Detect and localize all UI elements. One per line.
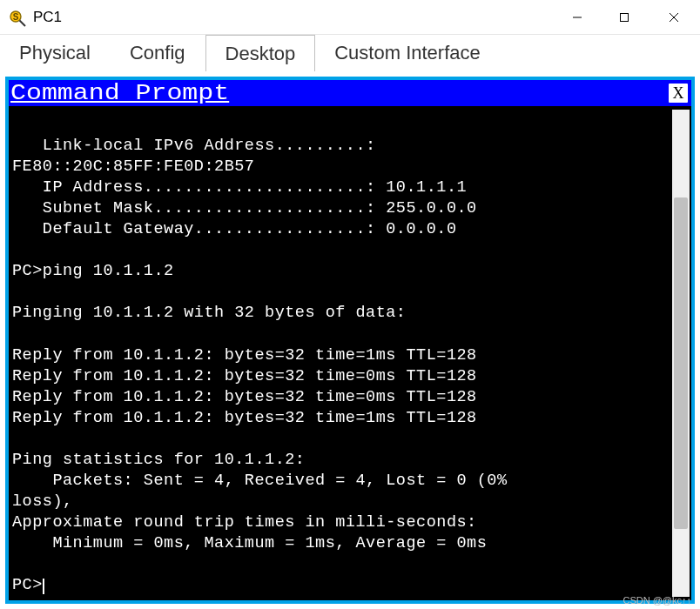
terminal-container: Link-local IPv6 Address.........: FE80::…: [9, 106, 691, 600]
terminal-prompt[interactable]: PC>: [12, 576, 43, 594]
close-button[interactable]: [648, 0, 700, 34]
minimize-button[interactable]: [554, 0, 601, 34]
window-titlebar: S PC1: [0, 0, 700, 35]
command-prompt-title: Command Prompt: [10, 82, 229, 104]
tab-custom-interface[interactable]: Custom Interface: [315, 35, 501, 71]
svg-rect-4: [621, 13, 629, 21]
tab-config[interactable]: Config: [111, 35, 205, 71]
window-controls: [554, 0, 700, 34]
terminal-scrollbar[interactable]: [672, 110, 690, 597]
scrollbar-thumb[interactable]: [674, 197, 688, 529]
command-prompt-titlebar: Command Prompt X: [9, 80, 691, 106]
command-prompt-close-button[interactable]: X: [669, 84, 688, 103]
tab-desktop[interactable]: Desktop: [205, 35, 316, 71]
tab-physical[interactable]: Physical: [0, 35, 111, 71]
window-title: PC1: [33, 9, 554, 26]
command-prompt-window: Command Prompt X Link-local IPv6 Address…: [5, 77, 695, 604]
terminal-output[interactable]: Link-local IPv6 Address.........: FE80::…: [9, 106, 672, 600]
svg-line-2: [20, 20, 26, 26]
svg-text:S: S: [13, 12, 19, 22]
terminal-cursor: [43, 579, 44, 594]
tab-bar: Physical Config Desktop Custom Interface: [0, 35, 700, 71]
maximize-button[interactable]: [601, 0, 648, 34]
content-area: Command Prompt X Link-local IPv6 Address…: [0, 71, 700, 609]
watermark: CSDN @@kc↑↑: [623, 595, 691, 606]
app-icon: S: [7, 7, 28, 28]
